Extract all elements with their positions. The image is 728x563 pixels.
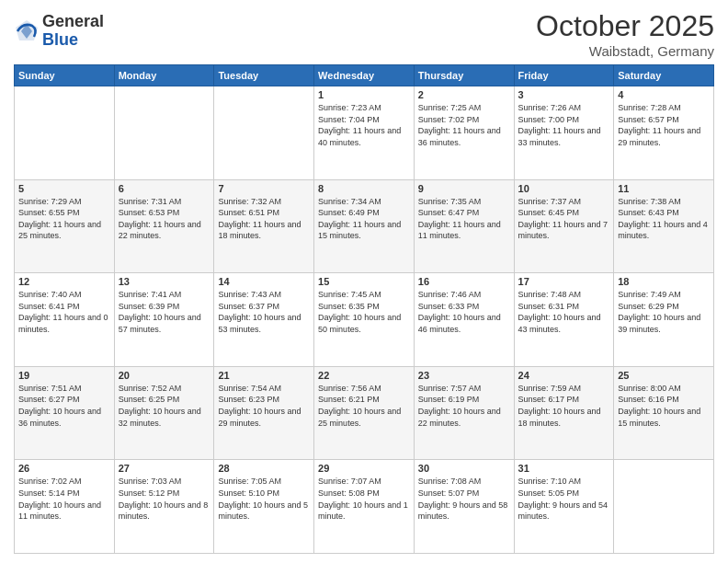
title-block: October 2025 Waibstadt, Germany [536, 9, 714, 59]
day-number: 24 [518, 370, 610, 381]
day-info: Sunrise: 7:38 AM Sunset: 6:43 PM Dayligh… [618, 196, 710, 242]
day-number: 13 [119, 276, 210, 287]
day-number: 6 [119, 183, 210, 194]
header-wednesday: Wednesday [314, 65, 415, 86]
day-info: Sunrise: 7:46 AM Sunset: 6:33 PM Dayligh… [418, 289, 510, 335]
month-title: October 2025 [536, 9, 714, 43]
week-row-4: 26Sunrise: 7:02 AM Sunset: 5:14 PM Dayli… [15, 460, 714, 554]
day-info: Sunrise: 7:59 AM Sunset: 6:17 PM Dayligh… [518, 383, 610, 429]
week-row-3: 19Sunrise: 7:51 AM Sunset: 6:27 PM Dayli… [15, 366, 714, 460]
day-number: 22 [318, 370, 410, 381]
day-info: Sunrise: 7:45 AM Sunset: 6:35 PM Dayligh… [318, 289, 410, 335]
day-number: 19 [18, 370, 110, 381]
day-info: Sunrise: 7:23 AM Sunset: 7:04 PM Dayligh… [318, 102, 410, 148]
header-friday: Friday [514, 65, 614, 86]
day-number: 9 [418, 183, 510, 194]
page: General Blue October 2025 Waibstadt, Ger… [0, 0, 728, 563]
day-number: 7 [218, 183, 310, 194]
day-number: 28 [218, 463, 310, 474]
day-info: Sunrise: 7:05 AM Sunset: 5:10 PM Dayligh… [218, 476, 310, 522]
calendar-cell: 12Sunrise: 7:40 AM Sunset: 6:41 PM Dayli… [15, 273, 115, 367]
week-row-2: 12Sunrise: 7:40 AM Sunset: 6:41 PM Dayli… [15, 273, 714, 367]
header-saturday: Saturday [614, 65, 714, 86]
day-info: Sunrise: 7:31 AM Sunset: 6:53 PM Dayligh… [119, 196, 210, 242]
day-number: 12 [18, 276, 110, 287]
day-number: 2 [418, 89, 510, 100]
day-info: Sunrise: 7:41 AM Sunset: 6:39 PM Dayligh… [119, 289, 210, 335]
day-number: 30 [418, 463, 510, 474]
day-number: 14 [218, 276, 310, 287]
day-info: Sunrise: 7:29 AM Sunset: 6:55 PM Dayligh… [18, 196, 110, 242]
day-number: 20 [119, 370, 210, 381]
day-number: 18 [618, 276, 710, 287]
day-info: Sunrise: 7:34 AM Sunset: 6:49 PM Dayligh… [318, 196, 410, 242]
calendar-cell: 22Sunrise: 7:56 AM Sunset: 6:21 PM Dayli… [314, 366, 415, 460]
calendar-cell: 21Sunrise: 7:54 AM Sunset: 6:23 PM Dayli… [214, 366, 314, 460]
day-number: 17 [518, 276, 610, 287]
calendar-cell: 3Sunrise: 7:26 AM Sunset: 7:00 PM Daylig… [514, 86, 614, 180]
calendar-cell [214, 86, 314, 180]
calendar-cell: 1Sunrise: 7:23 AM Sunset: 7:04 PM Daylig… [314, 86, 415, 180]
day-number: 8 [318, 183, 410, 194]
day-info: Sunrise: 7:28 AM Sunset: 6:57 PM Dayligh… [618, 102, 710, 148]
day-number: 29 [318, 463, 410, 474]
day-info: Sunrise: 7:52 AM Sunset: 6:25 PM Dayligh… [119, 383, 210, 429]
day-number: 21 [218, 370, 310, 381]
days-header-row: Sunday Monday Tuesday Wednesday Thursday… [15, 65, 714, 86]
calendar-cell: 18Sunrise: 7:49 AM Sunset: 6:29 PM Dayli… [614, 273, 714, 367]
header: General Blue October 2025 Waibstadt, Ger… [14, 9, 714, 59]
day-info: Sunrise: 7:40 AM Sunset: 6:41 PM Dayligh… [18, 289, 110, 335]
day-number: 23 [418, 370, 510, 381]
logo-text: General Blue [42, 13, 104, 50]
day-info: Sunrise: 7:48 AM Sunset: 6:31 PM Dayligh… [518, 289, 610, 335]
day-number: 3 [518, 89, 610, 100]
day-info: Sunrise: 7:03 AM Sunset: 5:12 PM Dayligh… [119, 476, 210, 522]
day-info: Sunrise: 7:43 AM Sunset: 6:37 PM Dayligh… [218, 289, 310, 335]
day-number: 4 [618, 89, 710, 100]
calendar-cell: 23Sunrise: 7:57 AM Sunset: 6:19 PM Dayli… [414, 366, 514, 460]
calendar-cell: 17Sunrise: 7:48 AM Sunset: 6:31 PM Dayli… [514, 273, 614, 367]
day-info: Sunrise: 7:37 AM Sunset: 6:45 PM Dayligh… [518, 196, 610, 242]
day-info: Sunrise: 7:35 AM Sunset: 6:47 PM Dayligh… [418, 196, 510, 242]
day-number: 10 [518, 183, 610, 194]
day-info: Sunrise: 7:49 AM Sunset: 6:29 PM Dayligh… [618, 289, 710, 335]
calendar-cell: 6Sunrise: 7:31 AM Sunset: 6:53 PM Daylig… [114, 179, 214, 273]
calendar-cell: 11Sunrise: 7:38 AM Sunset: 6:43 PM Dayli… [614, 179, 714, 273]
logo-icon [14, 18, 40, 44]
day-info: Sunrise: 7:25 AM Sunset: 7:02 PM Dayligh… [418, 102, 510, 148]
calendar-cell: 26Sunrise: 7:02 AM Sunset: 5:14 PM Dayli… [15, 460, 115, 554]
day-number: 11 [618, 183, 710, 194]
logo-general: General [42, 12, 104, 30]
day-info: Sunrise: 8:00 AM Sunset: 6:16 PM Dayligh… [618, 383, 710, 429]
day-number: 1 [318, 89, 410, 100]
day-info: Sunrise: 7:02 AM Sunset: 5:14 PM Dayligh… [18, 476, 110, 522]
calendar-cell: 28Sunrise: 7:05 AM Sunset: 5:10 PM Dayli… [214, 460, 314, 554]
day-info: Sunrise: 7:51 AM Sunset: 6:27 PM Dayligh… [18, 383, 110, 429]
calendar-cell: 25Sunrise: 8:00 AM Sunset: 6:16 PM Dayli… [614, 366, 714, 460]
day-info: Sunrise: 7:32 AM Sunset: 6:51 PM Dayligh… [218, 196, 310, 242]
day-info: Sunrise: 7:56 AM Sunset: 6:21 PM Dayligh… [318, 383, 410, 429]
calendar-cell: 8Sunrise: 7:34 AM Sunset: 6:49 PM Daylig… [314, 179, 415, 273]
calendar-cell [15, 86, 115, 180]
calendar-cell: 27Sunrise: 7:03 AM Sunset: 5:12 PM Dayli… [114, 460, 214, 554]
day-number: 26 [18, 463, 110, 474]
location: Waibstadt, Germany [536, 43, 714, 59]
week-row-0: 1Sunrise: 7:23 AM Sunset: 7:04 PM Daylig… [15, 86, 714, 180]
week-row-1: 5Sunrise: 7:29 AM Sunset: 6:55 PM Daylig… [15, 179, 714, 273]
calendar-cell: 14Sunrise: 7:43 AM Sunset: 6:37 PM Dayli… [214, 273, 314, 367]
day-info: Sunrise: 7:26 AM Sunset: 7:00 PM Dayligh… [518, 102, 610, 148]
day-info: Sunrise: 7:07 AM Sunset: 5:08 PM Dayligh… [318, 476, 410, 522]
logo-blue: Blue [42, 30, 78, 49]
calendar-cell: 7Sunrise: 7:32 AM Sunset: 6:51 PM Daylig… [214, 179, 314, 273]
header-thursday: Thursday [414, 65, 514, 86]
header-monday: Monday [114, 65, 214, 86]
calendar-cell: 20Sunrise: 7:52 AM Sunset: 6:25 PM Dayli… [114, 366, 214, 460]
calendar-table: Sunday Monday Tuesday Wednesday Thursday… [14, 64, 714, 554]
calendar-cell: 16Sunrise: 7:46 AM Sunset: 6:33 PM Dayli… [414, 273, 514, 367]
day-info: Sunrise: 7:54 AM Sunset: 6:23 PM Dayligh… [218, 383, 310, 429]
calendar-cell: 31Sunrise: 7:10 AM Sunset: 5:05 PM Dayli… [514, 460, 614, 554]
day-number: 25 [618, 370, 710, 381]
header-sunday: Sunday [15, 65, 115, 86]
calendar-cell [114, 86, 214, 180]
day-number: 5 [18, 183, 110, 194]
